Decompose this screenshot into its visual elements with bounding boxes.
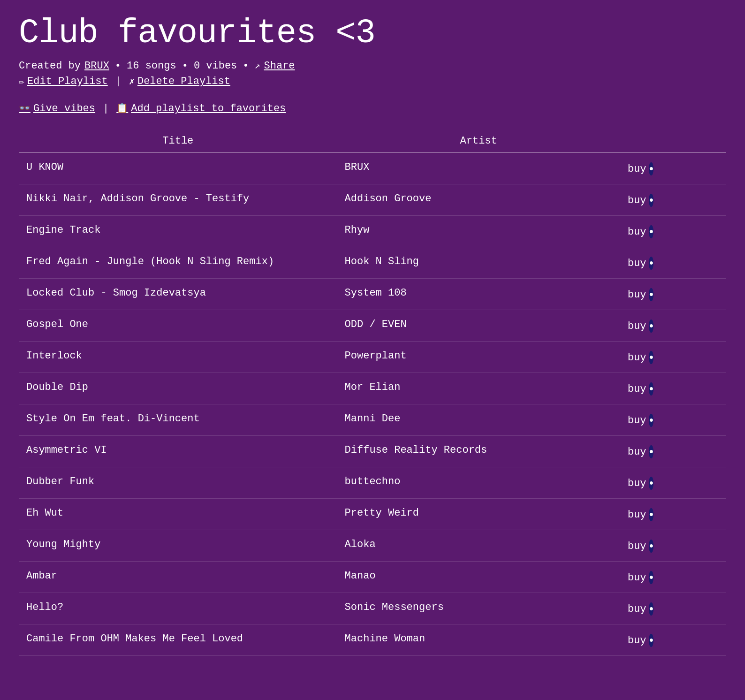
buy-icon: ● (649, 351, 654, 364)
table-row[interactable]: U KNOWBRUXbuy● (19, 153, 726, 184)
song-action[interactable]: buy● (620, 153, 636, 184)
buy-link[interactable]: buy (628, 635, 646, 647)
buy-icon: ● (649, 257, 654, 270)
song-artist: Pretty Weird (337, 499, 620, 530)
song-artist: Sonic Messengers (337, 593, 620, 624)
buy-icon: ● (649, 540, 654, 553)
buy-link[interactable]: buy (628, 226, 646, 238)
table-row[interactable]: Nikki Nair, Addison Groove - TestifyAddi… (19, 184, 726, 216)
buy-link[interactable]: buy (628, 415, 646, 426)
song-artist: Addison Groove (337, 184, 620, 216)
add-favorites-label: Add playlist to favorites (131, 103, 286, 114)
song-action[interactable]: buy● (620, 436, 636, 467)
song-artist: Diffuse Reality Records (337, 436, 620, 467)
table-row[interactable]: Dubber Funkbuttechnobuy● (19, 467, 726, 499)
dot-2: • (182, 60, 188, 72)
buy-link[interactable]: buy (628, 509, 646, 521)
buy-link[interactable]: buy (628, 446, 646, 458)
share-icon (255, 60, 260, 72)
table-row[interactable]: Hello?Sonic Messengersbuy● (19, 593, 726, 624)
song-title: Interlock (19, 342, 337, 373)
buy-link[interactable]: buy (628, 478, 646, 489)
song-action[interactable]: buy● (620, 279, 636, 310)
buy-link[interactable]: buy (628, 163, 646, 175)
song-title: Eh Wut (19, 499, 337, 530)
action-divider: | (115, 76, 122, 87)
buy-icon: ● (649, 225, 654, 238)
song-artist: System 108 (337, 279, 620, 310)
buy-icon: ● (649, 634, 654, 647)
creator-link[interactable]: BRUX (84, 60, 109, 72)
buy-link[interactable]: buy (628, 195, 646, 206)
meta-line: Created by BRUX • 16 songs • 0 vibes • S… (19, 60, 726, 72)
song-action[interactable]: buy● (620, 404, 636, 435)
song-artist: Manao (337, 562, 620, 593)
vibes-sep: | (103, 103, 109, 114)
table-row[interactable]: Asymmetric VIDiffuse Reality Recordsbuy● (19, 436, 726, 467)
song-title: Fred Again - Jungle (Hook N Sling Remix) (19, 247, 337, 279)
song-action[interactable]: buy● (620, 310, 636, 341)
song-title: Style On Em feat. Di-Vincent (19, 404, 337, 436)
table-row[interactable]: Young MightyAlokabuy● (19, 530, 726, 562)
table-row[interactable]: Camile From OHM Makes Me Feel LovedMachi… (19, 624, 726, 656)
song-action[interactable]: buy● (620, 593, 636, 624)
dot-3: • (243, 60, 249, 72)
song-title: Locked Club - Smog Izdevatsya (19, 279, 337, 310)
song-title: Gospel One (19, 310, 337, 342)
table-row[interactable]: Style On Em feat. Di-VincentManni Deebuy… (19, 404, 726, 436)
edit-action[interactable]: Edit Playlist (19, 76, 108, 87)
buy-icon: ● (649, 288, 654, 301)
delete-playlist-link[interactable]: Delete Playlist (137, 76, 230, 87)
buy-link[interactable]: buy (628, 603, 646, 615)
add-favorites-link[interactable]: Add playlist to favorites (116, 102, 286, 114)
vibes-actions-bar: Give vibes | Add playlist to favorites (19, 102, 726, 114)
table-row[interactable]: AmbarManaobuy● (19, 562, 726, 593)
give-vibes-link[interactable]: Give vibes (19, 102, 95, 114)
song-action[interactable]: buy● (620, 373, 636, 404)
song-title: Asymmetric VI (19, 436, 337, 467)
edit-playlist-link[interactable]: Edit Playlist (27, 76, 108, 87)
table-row[interactable]: Double DipMor Elianbuy● (19, 373, 726, 404)
buy-link[interactable]: buy (628, 540, 646, 552)
buy-link[interactable]: buy (628, 289, 646, 301)
buy-icon: ● (649, 414, 654, 427)
delete-action[interactable]: Delete Playlist (129, 76, 230, 87)
buy-link[interactable]: buy (628, 320, 646, 332)
song-artist: Rhyw (337, 216, 620, 247)
table-row[interactable]: Eh WutPretty Weirdbuy● (19, 499, 726, 530)
col-header-artist: Artist (337, 129, 620, 153)
table-row[interactable]: Locked Club - Smog IzdevatsyaSystem 108b… (19, 279, 726, 310)
table-row[interactable]: Gospel OneODD / EVENbuy● (19, 310, 726, 342)
song-action[interactable]: buy● (620, 530, 636, 561)
song-title: Nikki Nair, Addison Groove - Testify (19, 184, 337, 216)
table-header-row: Title Artist (19, 129, 726, 153)
dot-1: • (115, 60, 121, 72)
favorites-icon (116, 102, 128, 114)
buy-icon: ● (649, 445, 654, 458)
song-artist: Hook N Sling (337, 247, 620, 279)
song-action[interactable]: buy● (620, 247, 636, 278)
buy-icon: ● (649, 194, 654, 207)
song-action[interactable]: buy● (620, 216, 636, 247)
action-line: Edit Playlist | Delete Playlist (19, 76, 726, 87)
vibes-count: 0 vibes (194, 60, 237, 72)
buy-icon: ● (649, 508, 654, 521)
buy-link[interactable]: buy (628, 572, 646, 584)
song-action[interactable]: buy● (620, 467, 636, 498)
share-link[interactable]: Share (264, 60, 295, 72)
buy-link[interactable]: buy (628, 383, 646, 395)
table-row[interactable]: InterlockPowerplantbuy● (19, 342, 726, 373)
song-action[interactable]: buy● (620, 499, 636, 530)
table-row[interactable]: Fred Again - Jungle (Hook N Sling Remix)… (19, 247, 726, 279)
playlist-table: Title Artist U KNOWBRUXbuy●Nikki Nair, A… (19, 129, 726, 656)
give-vibes-label: Give vibes (33, 103, 95, 114)
song-action[interactable]: buy● (620, 562, 636, 593)
song-artist: Mor Elian (337, 373, 620, 404)
song-action[interactable]: buy● (620, 624, 636, 655)
table-row[interactable]: Engine TrackRhywbuy● (19, 216, 726, 247)
song-artist: ODD / EVEN (337, 310, 620, 342)
buy-link[interactable]: buy (628, 258, 646, 269)
song-action[interactable]: buy● (620, 342, 636, 373)
buy-link[interactable]: buy (628, 352, 646, 364)
song-action[interactable]: buy● (620, 184, 636, 215)
